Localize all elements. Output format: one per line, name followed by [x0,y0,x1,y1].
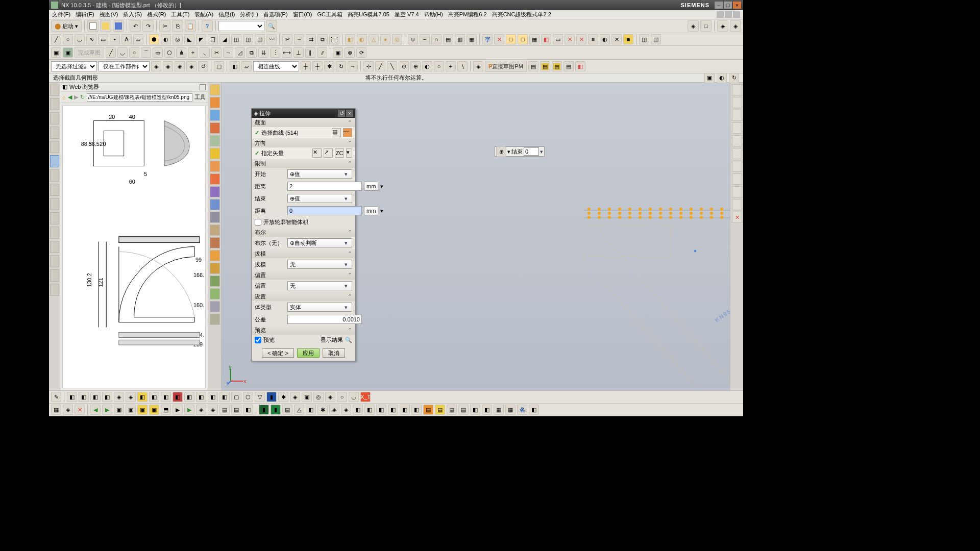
bt2-30[interactable]: ◧ [400,405,410,415]
bt2-34[interactable]: ▤ [447,405,457,415]
bt2-last[interactable]: ◧ [529,405,539,415]
hole-tool[interactable]: ◎ [173,34,183,44]
open-button[interactable] [100,20,111,32]
layer-tool[interactable]: ≡ [588,34,598,44]
end-unit[interactable]: mm [364,206,378,215]
cyl-prim[interactable]: ◐ [357,34,367,44]
menu-gc[interactable]: GC工具箱 [317,11,342,18]
vr-10[interactable] [732,199,742,210]
cr-2[interactable]: ┼ [312,61,323,71]
rb-sys[interactable] [50,212,59,224]
sk-select[interactable]: ▣ [51,47,61,58]
rb-reuse[interactable] [50,127,59,139]
bt2-37[interactable]: ◧ [482,405,492,415]
sk-rect[interactable]: ▭ [153,47,163,58]
ft-mirror[interactable] [210,288,220,299]
sk-con3[interactable]: ⫽ [317,47,327,58]
flt-5[interactable]: ↺ [198,61,208,71]
bt2-33[interactable]: ▤ [435,405,445,415]
ok-button[interactable]: < 确定 > [262,348,294,358]
bt1-15[interactable]: ◧ [219,392,230,402]
sk-finish[interactable]: 完成草图 [75,47,104,58]
menu-cnc22[interactable]: 高亮CNC超级程式单2.2 [492,11,551,18]
nav-tool[interactable]: 工具 [194,93,206,101]
snap-3[interactable]: ╲ [387,61,397,71]
bt1-12[interactable]: ◧ [184,392,194,402]
direct-sketch-pm[interactable]: P 直接草图PM [485,61,527,72]
nav-fwd-icon[interactable]: ▶ [74,94,78,101]
pm-5[interactable]: ◧ [575,61,585,71]
bt1-22[interactable]: ▣ [302,392,312,402]
menu-insert[interactable]: 插入(S) [123,11,142,18]
menu-file[interactable]: 文件(F) [52,11,70,18]
end-dist-input[interactable] [287,206,362,215]
pm-1[interactable]: ▤ [528,61,538,71]
ft-extrude[interactable] [210,84,220,95]
menu-pref[interactable]: 首选项(P) [263,11,288,18]
flt-6[interactable]: ▢ [214,61,224,71]
vr-8[interactable] [732,173,742,185]
nav-back-icon[interactable]: ◀ [68,94,72,101]
menu-assem[interactable]: 装配(A) [194,11,213,18]
sk-anchor[interactable]: ⋔ [176,47,186,58]
extrude-tool[interactable]: ⬢ [149,34,159,44]
vr-6[interactable] [732,148,742,159]
ft-offset[interactable] [210,186,220,197]
ft-thicken[interactable] [210,199,220,210]
nav-home-icon[interactable]: ⌂ [62,94,66,101]
vr-1[interactable] [732,84,742,95]
ft-unite[interactable] [210,237,220,248]
search-button[interactable]: 🔍 [266,20,277,32]
specify-vector-label[interactable]: 指定矢量 [261,149,310,157]
save-button[interactable] [113,20,124,32]
bt1-17[interactable]: ⬡ [243,392,253,402]
sk-proj[interactable]: ▣ [333,47,343,58]
bt1-4[interactable]: ◧ [90,392,101,402]
box-prim[interactable]: ◧ [345,34,355,44]
shell-tool[interactable]: 口 [208,34,218,44]
circle-tool[interactable]: ○ [63,34,73,44]
sheet-1[interactable]: ▤ [443,34,453,44]
bt2-35[interactable]: ▤ [458,405,469,415]
vec-reverse-button[interactable]: ✕ [312,148,322,158]
pattern-tool[interactable]: ⋮⋮ [329,34,339,44]
menu-view[interactable]: 视图(V) [100,11,118,18]
curve-rule[interactable]: 相连曲线 [253,61,299,71]
bt2-15[interactable]: ◧ [243,405,253,415]
vec-dd-button[interactable]: ▾ [346,148,352,158]
sphere-prim[interactable]: ● [380,34,390,44]
bt2-9[interactable]: ▶ [173,405,183,415]
cube-r[interactable]: ◧ [541,34,551,44]
vr-5[interactable] [732,135,742,146]
sk-arc[interactable]: ◡ [117,47,128,58]
bt2-36[interactable]: ◧ [470,405,480,415]
bt2-4[interactable]: ▣ [114,405,124,415]
flt-4[interactable]: ◈ [186,61,197,71]
snap-1[interactable]: ⊹ [363,61,374,71]
rb-assy-nav[interactable] [50,98,59,110]
bt2-7[interactable]: ▣ [149,405,159,415]
view-toggle[interactable]: ◐ [717,73,727,83]
bt1-24[interactable]: ◈ [325,392,335,402]
start-menu-button[interactable]: ⬤ 启动 ▾ [51,20,82,32]
bt2-flag2[interactable]: ▮ [271,405,281,415]
bt1-18[interactable]: ▽ [255,392,265,402]
rb-process[interactable] [50,184,59,196]
line-tool[interactable]: ╱ [51,34,61,44]
rb-web-browser[interactable] [50,155,59,167]
sk-extend[interactable]: → [223,47,233,58]
ft-chamfer[interactable] [210,148,220,159]
apply-button[interactable]: 应用 [297,348,320,358]
spline-tool[interactable]: ∿ [86,34,96,44]
rb-c[interactable] [50,255,59,267]
snap-9[interactable]: ∖ [457,61,468,71]
revolve-tool[interactable]: ◐ [161,34,171,44]
bt2-24[interactable]: ◈ [329,405,339,415]
assy-2[interactable]: ◫ [651,34,661,44]
di-value[interactable] [524,147,539,156]
vr-3[interactable] [732,110,742,121]
bt2-26[interactable]: ◧ [353,405,363,415]
ft-intersect[interactable] [210,263,220,274]
bt2-flag1[interactable]: ▮ [259,405,269,415]
bt2-14[interactable]: ▤ [231,405,241,415]
